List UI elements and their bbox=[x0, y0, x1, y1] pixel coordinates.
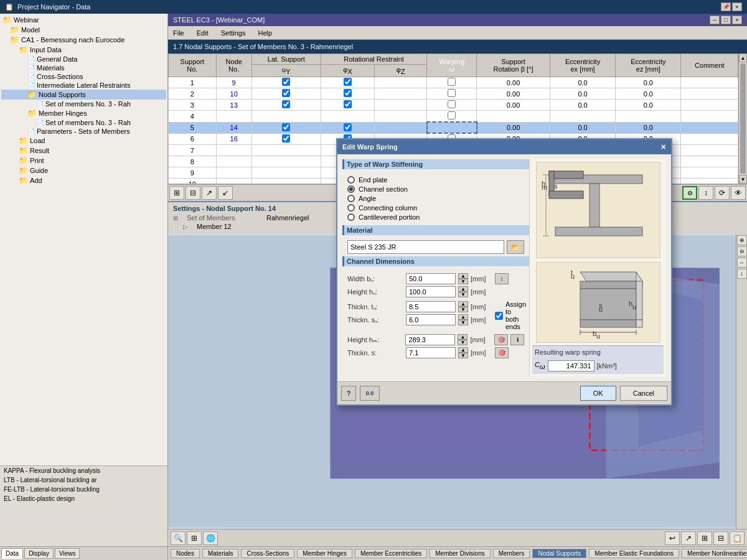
support-checkbox[interactable] bbox=[344, 89, 352, 97]
table-cell[interactable]: 0.0 bbox=[616, 88, 681, 100]
material-input[interactable] bbox=[347, 240, 504, 254]
thick-t-down[interactable]: ▼ bbox=[458, 307, 468, 312]
dialog-help-btn[interactable]: ? bbox=[341, 386, 356, 401]
view-tb-right-5[interactable]: 📋 bbox=[730, 531, 745, 545]
sidebar-list-item[interactable]: EL - Elastic-plastic design bbox=[0, 494, 167, 503]
width-down[interactable]: ▼ bbox=[458, 279, 468, 284]
thick-sm-input[interactable] bbox=[406, 347, 456, 358]
dialog-cancel-btn[interactable]: Cancel bbox=[620, 386, 667, 401]
checkbox-cell[interactable] bbox=[251, 156, 321, 167]
warp-cell[interactable] bbox=[427, 111, 477, 123]
table-cell[interactable]: 4 bbox=[169, 111, 217, 123]
table-cell[interactable]: 13 bbox=[216, 100, 251, 111]
table-row[interactable]: 5140.000.00.0 bbox=[169, 122, 738, 133]
checkbox-cell[interactable] bbox=[375, 88, 427, 100]
edit-warp-spring-dialog[interactable]: Edit Warp Spring × Type of Warp Stiffeni… bbox=[336, 138, 672, 406]
warp-checkbox[interactable] bbox=[448, 78, 456, 86]
support-checkbox[interactable] bbox=[344, 100, 352, 108]
result-value-input[interactable] bbox=[548, 360, 594, 371]
table-cell[interactable]: 0.0 bbox=[550, 88, 615, 100]
table-cell[interactable]: 10 bbox=[216, 88, 251, 100]
thick-sm-down[interactable]: ▼ bbox=[458, 353, 468, 358]
table-cell[interactable] bbox=[681, 100, 738, 111]
thick-s-down[interactable]: ▼ bbox=[458, 320, 468, 325]
table-scrollbar[interactable]: ▲ ▼ bbox=[738, 54, 747, 184]
tab-data[interactable]: Data bbox=[1, 548, 23, 559]
thick-sm-up[interactable]: ▲ bbox=[458, 347, 468, 353]
table-cell[interactable]: 0.00 bbox=[477, 88, 550, 100]
table-cell[interactable] bbox=[216, 111, 251, 123]
tab-display[interactable]: Display bbox=[24, 548, 54, 559]
dialog-close-btn[interactable]: × bbox=[661, 142, 666, 152]
table-cell[interactable] bbox=[681, 122, 738, 133]
view-tb-3[interactable]: 🌐 bbox=[203, 531, 218, 545]
thick-t-input[interactable] bbox=[406, 301, 456, 312]
table-cell[interactable] bbox=[216, 145, 251, 156]
tree-item-cross-sections[interactable]: 📄Cross-Sections bbox=[1, 72, 166, 81]
checkbox-cell[interactable] bbox=[251, 88, 321, 100]
steel-maximize[interactable]: □ bbox=[721, 16, 731, 24]
checkbox-cell[interactable] bbox=[251, 179, 321, 184]
thick-s-up[interactable]: ▲ bbox=[458, 314, 468, 320]
status-tab-members[interactable]: Members bbox=[493, 549, 530, 558]
close-button[interactable]: × bbox=[732, 2, 742, 11]
tree-item-intermediate_lateral_restraints[interactable]: 📄Intermediate Lateral Restraints bbox=[1, 81, 166, 90]
table-cell[interactable]: 0.00 bbox=[477, 77, 550, 88]
steel-close[interactable]: × bbox=[732, 16, 742, 24]
table-cell[interactable]: 9 bbox=[216, 77, 251, 88]
table-cell[interactable] bbox=[477, 111, 550, 123]
table-cell[interactable] bbox=[681, 167, 738, 179]
toolbar-view[interactable]: 👁 bbox=[731, 186, 746, 200]
radio-cantilevered[interactable]: Cantilevered portion bbox=[347, 213, 524, 221]
assign-both-checkbox[interactable] bbox=[495, 312, 503, 320]
dialog-reset-btn[interactable]: 0.0 bbox=[360, 386, 380, 401]
pin-button[interactable]: 📌 bbox=[721, 2, 731, 11]
radio-channel-section[interactable]: Channel section bbox=[347, 185, 524, 193]
width-input[interactable] bbox=[406, 273, 456, 284]
tree-item-ca1_-_bemessung_nach_eurocode[interactable]: 📁CA1 - Bemessung nach Eurocode bbox=[1, 35, 166, 45]
checkbox-cell[interactable] bbox=[251, 122, 321, 133]
status-tab-nodes[interactable]: Nodes bbox=[171, 549, 200, 558]
toolbar-btn-1[interactable]: ⊞ bbox=[169, 186, 184, 200]
table-cell[interactable]: 3 bbox=[169, 100, 217, 111]
toolbar-btn-3[interactable]: ↗ bbox=[202, 186, 217, 200]
view-tb-2[interactable]: ⊞ bbox=[187, 531, 202, 545]
thick-t-up[interactable]: ▲ bbox=[458, 301, 468, 307]
table-cell[interactable]: 0.0 bbox=[550, 122, 615, 133]
scroll-thumb[interactable] bbox=[740, 63, 746, 174]
tree-item-result[interactable]: 📁Result bbox=[1, 146, 166, 156]
table-cell[interactable]: 1 bbox=[169, 77, 217, 88]
sidebar-list-item[interactable]: KAPPA - Flexural buckling analysis bbox=[0, 466, 167, 475]
checkbox-cell[interactable] bbox=[251, 145, 321, 156]
view-btn-1[interactable]: ⊕ bbox=[737, 235, 747, 245]
tree-item-load[interactable]: 📁Load bbox=[1, 136, 166, 146]
checkbox-cell[interactable] bbox=[251, 100, 321, 111]
material-browse-btn[interactable]: 📂 bbox=[507, 240, 524, 254]
support-checkbox[interactable] bbox=[344, 123, 352, 131]
tree-item-guide[interactable]: 📁Guide bbox=[1, 166, 166, 175]
table-cell[interactable] bbox=[681, 179, 738, 184]
checkbox-cell[interactable] bbox=[321, 111, 374, 123]
view-tb-right-3[interactable]: ⊞ bbox=[697, 531, 712, 545]
table-cell[interactable]: 7 bbox=[169, 145, 217, 156]
table-cell[interactable] bbox=[681, 88, 738, 100]
radio-end-plate[interactable]: End plate bbox=[347, 176, 524, 184]
view-tb-right-4[interactable]: ⊟ bbox=[713, 531, 728, 545]
menu-help[interactable]: Help bbox=[255, 28, 275, 38]
radio-angle[interactable]: Angle bbox=[347, 195, 524, 202]
checkbox-cell[interactable] bbox=[321, 77, 374, 88]
support-checkbox[interactable] bbox=[282, 123, 290, 131]
checkbox-cell[interactable] bbox=[251, 77, 321, 88]
status-tab-member_divisions[interactable]: Member Divisions bbox=[430, 549, 490, 558]
height-input[interactable] bbox=[406, 286, 456, 297]
warp-cell[interactable] bbox=[427, 122, 477, 133]
table-cell[interactable] bbox=[216, 156, 251, 167]
checkbox-cell[interactable] bbox=[321, 100, 374, 111]
menu-settings[interactable]: Settings bbox=[218, 28, 248, 38]
status-tab-member_eccentricities[interactable]: Member Eccentricities bbox=[355, 549, 427, 558]
checkbox-cell[interactable] bbox=[251, 133, 321, 145]
tree-item-add[interactable]: 📁Add bbox=[1, 175, 166, 185]
height-m-up[interactable]: ▲ bbox=[458, 334, 467, 340]
radio-btn-channel-section[interactable] bbox=[347, 185, 355, 193]
width-extra-btn[interactable]: ↕ bbox=[495, 273, 509, 284]
